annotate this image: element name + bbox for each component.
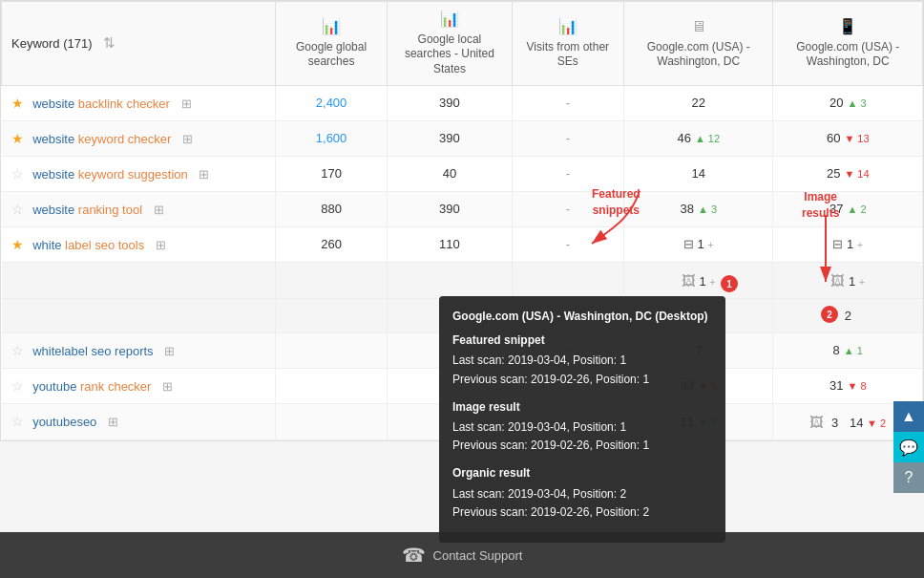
keyword-cell [2,262,276,298]
global-val: 1,600 [275,120,387,156]
visits-header: 📊 Visits from other SEs [512,2,623,86]
keyword-link[interactable]: website keyword checker [32,132,171,146]
keyword-cell: ☆ website keyword suggestion ⊞ [2,156,276,191]
row-detail-icon[interactable]: ⊞ [156,238,166,252]
row-detail-icon[interactable]: ⊞ [108,415,118,429]
star-icon[interactable]: ☆ [11,166,24,182]
keyword-link[interactable]: website ranking tool [32,203,142,217]
tooltip-organic-last: Last scan: 2019-03-04, Position: 2 [452,485,712,503]
tooltip-featured-label: Featured snippet [452,332,712,350]
global-val: 170 [275,156,387,191]
sort-icon[interactable]: ⇅ [103,34,116,51]
pos2-val: 60 13 [773,120,923,156]
col3-icon: 📊 [393,10,505,30]
star-icon[interactable]: ☆ [11,414,24,429]
pos2-val: 31 8 [773,368,923,403]
col4-label: Visits from other SEs [527,40,609,69]
pos2-organic-val: 2 [773,298,923,332]
goog-dc2-header: 📱 Google.com (USA) - Washington, DC [773,2,923,86]
global-val: 880 [275,191,387,226]
keyword-link[interactable]: youtubeseo [32,415,96,429]
col6-label: Google.com (USA) - Washington, DC [796,40,899,69]
row-detail-icon[interactable]: ⊞ [162,379,173,394]
pos2-snippet-val: ⊟ 1 + [773,226,923,262]
keyword-link[interactable]: whitelabel seo reports [32,344,153,358]
table-row: ★ website backlink checker ⊞ 2,400 390 -… [2,85,923,120]
tooltip-organic-prev: Previous scan: 2019-02-26, Position: 2 [452,503,712,522]
local-val: 110 [388,226,512,262]
scroll-up-button[interactable]: ▲ [893,401,924,432]
pos1-img-val: 🖼 1 + [624,262,773,298]
tooltip-image: Image result Last scan: 2019-03-04, Posi… [452,398,712,456]
pos1-val: 46 12 [624,120,773,156]
image-icon: 🖼 [830,272,845,289]
global-val [275,332,387,368]
local-val: 390 [388,120,512,156]
pos2-val: 25 14 [773,156,923,191]
tooltip-image-label: Image result [452,398,712,417]
pos2-val: 20 3 [773,85,923,120]
row-detail-icon[interactable]: ⊞ [181,96,192,111]
pos1-val: 22 [624,85,773,120]
table-row: ★ website keyword checker ⊞ 1,600 390 - … [2,120,923,156]
visits-val: - [512,191,623,226]
keyword-link[interactable]: white label seo tools [32,238,144,252]
pos1-val: 38 3 [624,191,773,226]
keyword-link[interactable]: website keyword suggestion [32,167,188,182]
table-row: ★ white label seo tools ⊞ 260 110 - ⊟ 1 … [2,226,923,262]
local-searches-header: 📊 Google local searches - United States [388,2,512,86]
chat-button[interactable]: 💬 [893,432,924,462]
keyword-cell [2,298,276,332]
table-row: ☆ website keyword suggestion ⊞ 170 40 - … [2,156,923,191]
image-icon: 🖼 [682,272,696,289]
keyword-cell: ☆ youtube rank checker ⊞ [2,368,276,403]
row-detail-icon[interactable]: ⊞ [164,344,175,358]
pos1-snippet-val: ⊟ 1 + [624,226,773,262]
tooltip-popup: Google.com (USA) - Washington, DC (Deskt… [439,296,725,543]
image-icon2: 🖼 [809,414,824,430]
tooltip-featured-prev: Previous scan: 2019-02-26, Position: 1 [452,371,712,389]
help-button[interactable]: ? [893,462,924,493]
keyword-cell: ★ white label seo tools ⊞ [2,226,276,262]
star-icon[interactable]: ★ [11,131,24,146]
visits-val [512,262,623,298]
row-detail-icon[interactable]: ⊞ [199,167,209,182]
col4-icon: 📊 [518,17,618,37]
keyword-link[interactable]: youtube rank checker [32,379,151,394]
pos2-val: 37 2 [773,191,923,226]
pos1-val: 14 [624,156,773,191]
tooltip-featured: Featured snippet Last scan: 2019-03-04, … [452,332,712,389]
local-val: 390 [388,191,512,226]
keyword-cell: ☆ whitelabel seo reports ⊞ [2,332,276,368]
local-val [388,262,512,298]
star-icon[interactable]: ☆ [11,202,24,217]
tooltip-organic-label: Organic result [452,464,712,482]
star-icon[interactable]: ★ [11,96,24,111]
table-row: 🖼 1 + 🖼 1 + [2,262,923,298]
col3-label: Google local searches - United States [405,32,494,75]
col2-label: Google global searches [296,40,367,69]
pos2-img-val: 🖼 1 + [773,262,923,298]
row-detail-icon[interactable]: ⊞ [182,132,193,146]
keyword-cell: ☆ youtubeseo ⊞ [2,403,276,439]
tooltip-image-prev: Previous scan: 2019-02-26, Position: 1 [452,437,712,455]
global-val: 260 [275,226,387,262]
keyword-column-header[interactable]: Keyword (171) ⇅ [2,2,276,86]
keyword-link[interactable]: website backlink checker [32,96,170,111]
support-icon: ☎ [402,544,426,567]
visits-val: - [512,226,623,262]
keyword-cell: ☆ website ranking tool ⊞ [2,191,276,226]
tooltip-featured-last: Last scan: 2019-03-04, Position: 1 [452,352,712,370]
contact-support-label[interactable]: Contact Support [433,548,523,563]
global-val [275,298,387,332]
pos2-val: 8 1 [773,332,923,368]
tooltip-organic: Organic result Last scan: 2019-03-04, Po… [452,464,712,522]
star-icon[interactable]: ☆ [11,378,24,394]
star-icon[interactable]: ☆ [11,343,24,358]
star-icon[interactable]: ★ [11,237,24,252]
row-detail-icon[interactable]: ⊞ [154,203,164,217]
global-val [275,368,387,403]
col6-icon: 📱 [779,17,916,37]
goog-dc1-header: 🖥 Google.com (USA) - Washington, DC [624,2,773,86]
local-val: 40 [388,156,512,191]
